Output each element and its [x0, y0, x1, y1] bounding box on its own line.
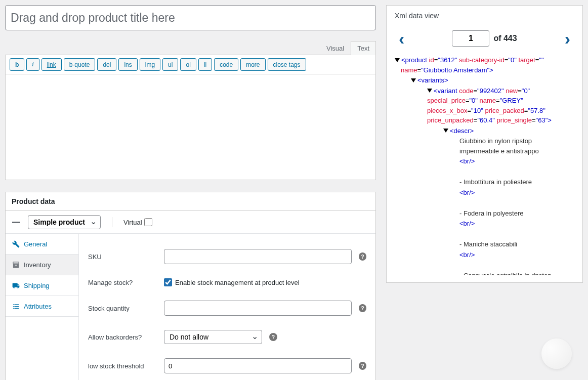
help-icon[interactable]: ? — [269, 333, 277, 341]
list-icon — [12, 302, 20, 310]
editor-textarea[interactable] — [5, 74, 376, 180]
xml-node-variant[interactable]: <variant code="992402" new="0" special_p… — [427, 86, 572, 125]
xml-pager: ‹ of 443 › — [395, 25, 574, 55]
wrench-icon — [12, 240, 20, 248]
page-input[interactable] — [452, 30, 489, 47]
product-type-row: — Simple product Virtual — [6, 211, 375, 234]
btn-bquote[interactable]: b-quote — [64, 58, 96, 71]
stock-qty-label: Stock quantity — [88, 305, 164, 312]
tab-visual[interactable]: Visual — [320, 41, 351, 55]
tab-general-label: General — [24, 240, 47, 248]
btn-del[interactable]: del — [97, 58, 116, 71]
xml-br: <br/> — [395, 250, 572, 260]
truck-icon — [12, 281, 20, 289]
editor-mode-tabs: VisualText — [5, 40, 376, 55]
floating-action-button[interactable] — [541, 339, 572, 369]
xml-text: Giubbino in nylon ripstop impermeabile e… — [395, 136, 572, 156]
toggle-triangle-icon[interactable] — [395, 58, 400, 62]
sku-label: SKU — [88, 253, 164, 261]
backorders-label: Allow backorders? — [88, 333, 164, 341]
btn-close-tags[interactable]: close tags — [268, 58, 306, 71]
xml-spacer — [395, 198, 572, 208]
editor-toolbar: b i link b-quote del ins img ul ol li co… — [5, 55, 376, 74]
btn-link[interactable]: link — [41, 58, 62, 71]
divider — [112, 217, 112, 227]
xml-view-title: Xml data view — [395, 12, 574, 20]
page-total-label: of 443 — [493, 34, 517, 43]
next-arrow-icon[interactable]: › — [565, 30, 570, 47]
btn-code[interactable]: code — [214, 58, 238, 71]
manage-stock-label: Manage stock? — [88, 279, 164, 286]
xml-text: - Maniche staccabili — [395, 239, 572, 249]
tab-general[interactable]: General — [6, 234, 78, 255]
btn-italic[interactable]: i — [26, 58, 39, 71]
xml-node-product[interactable]: <product id="3612" sub-category-id="0" t… — [401, 55, 572, 75]
xml-text: - Fodera in polyestere — [395, 208, 572, 219]
btn-img[interactable]: img — [140, 58, 160, 71]
tab-shipping-label: Shipping — [24, 282, 50, 289]
xml-spacer — [395, 260, 572, 270]
product-type-select[interactable]: Simple product — [28, 215, 101, 229]
tab-text[interactable]: Text — [351, 41, 376, 55]
btn-more[interactable]: more — [240, 58, 265, 71]
virtual-label-text: Virtual — [123, 219, 142, 226]
backorders-select-wrap: Do not allow — [164, 330, 262, 344]
help-icon[interactable]: ? — [359, 252, 366, 261]
btn-ul[interactable]: ul — [162, 58, 178, 71]
tab-inventory[interactable]: Inventory — [6, 255, 78, 275]
toggle-triangle-icon[interactable] — [443, 129, 448, 133]
toggle-triangle-icon[interactable] — [411, 78, 416, 82]
help-icon[interactable]: ? — [359, 362, 366, 370]
sku-input[interactable] — [164, 249, 352, 264]
collapse-toggle-icon[interactable]: — — [12, 218, 21, 227]
xml-data-view-panel: Xml data view ‹ of 443 › <product id="36… — [386, 5, 583, 283]
virtual-label: Virtual — [123, 218, 152, 226]
btn-bold[interactable]: b — [10, 58, 24, 71]
btn-ol[interactable]: ol — [180, 58, 196, 71]
tab-inventory-label: Inventory — [24, 261, 51, 269]
xml-br: <br/> — [395, 188, 572, 198]
xml-tree[interactable]: <product id="3612" sub-category-id="0" t… — [395, 55, 574, 275]
xml-spacer — [395, 167, 572, 177]
virtual-checkbox[interactable] — [144, 218, 152, 226]
manage-stock-checkbox[interactable] — [164, 278, 172, 286]
xml-node-variants[interactable]: <variants> — [395, 75, 572, 86]
btn-ins[interactable]: ins — [118, 58, 137, 71]
xml-text: - Imbottitura in poliestere — [395, 177, 572, 187]
product-type-select-wrap: Simple product — [28, 215, 101, 229]
xml-node-descr[interactable]: <descr> — [395, 126, 572, 136]
inventory-fields: SKU ? Manage stock? Enable stock managem… — [79, 234, 375, 380]
btn-li[interactable]: li — [198, 58, 212, 71]
product-data-tabs: General Inventory Shipping — [6, 234, 79, 380]
help-icon[interactable]: ? — [359, 304, 366, 312]
inventory-icon — [12, 261, 20, 269]
tab-shipping[interactable]: Shipping — [6, 275, 78, 296]
tab-attributes[interactable]: Attributes — [6, 296, 78, 317]
xml-text: - Cappuccio estraibile in ripstop — [395, 271, 572, 276]
prev-arrow-icon[interactable]: ‹ — [399, 30, 404, 47]
backorders-select[interactable]: Do not allow — [164, 330, 262, 344]
tab-attributes-label: Attributes — [24, 303, 52, 310]
product-data-heading: Product data — [6, 192, 375, 211]
product-title-input[interactable] — [5, 5, 376, 30]
toggle-triangle-icon[interactable] — [427, 89, 432, 93]
xml-br: <br/> — [395, 219, 572, 229]
low-stock-input[interactable] — [164, 358, 352, 373]
btn-del-label: del — [103, 61, 111, 68]
btn-link-label: link — [47, 61, 56, 68]
stock-qty-input[interactable] — [164, 301, 352, 316]
manage-stock-cb-label: Enable stock management at product level — [175, 279, 300, 286]
xml-br: <br/> — [395, 156, 572, 166]
xml-spacer — [395, 229, 572, 239]
editor-block: VisualText b i link b-quote del ins img … — [5, 40, 376, 182]
product-data-panel: Product data — Simple product Virtual — [5, 192, 376, 380]
low-stock-label: low stock threshold — [88, 362, 164, 370]
